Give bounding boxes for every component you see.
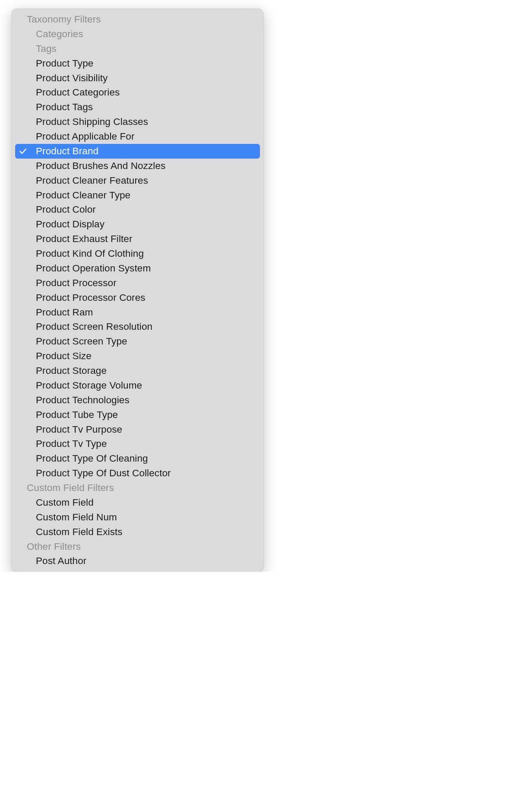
menu-item-label: Product Screen Resolution	[36, 321, 260, 332]
dropdown-menu[interactable]: Taxonomy FiltersCategoriesTagsProduct Ty…	[12, 9, 263, 572]
menu-item[interactable]: Custom Field Exists	[15, 525, 260, 539]
menu-item: Tags	[15, 41, 260, 56]
menu-item[interactable]: Product Processor	[15, 276, 260, 290]
menu-item[interactable]: Product Tube Type	[15, 408, 260, 422]
menu-item-label: Product Visibility	[36, 73, 260, 84]
menu-item[interactable]: Product Tags	[15, 100, 260, 115]
menu-item[interactable]: Product Shipping Classes	[15, 115, 260, 129]
menu-section-header: Custom Field Filters	[15, 481, 260, 495]
menu-item-label: Custom Field	[36, 497, 260, 508]
menu-item[interactable]: Product Type Of Dust Collector	[15, 466, 260, 481]
menu-section-header: Other Filters	[15, 539, 260, 554]
menu-item-label: Product Tube Type	[36, 409, 260, 421]
menu-item-label: Product Size	[36, 351, 260, 362]
menu-item-label: Post Author	[36, 555, 260, 567]
menu-item[interactable]: Product Cleaner Type	[15, 188, 260, 203]
menu-item-label: Product Cleaner Type	[36, 190, 260, 201]
menu-item[interactable]: Product Screen Type	[15, 334, 260, 349]
menu-item-label: Product Screen Type	[36, 336, 260, 347]
menu-item[interactable]: Product Processor Cores	[15, 290, 260, 305]
checkmark-icon	[15, 147, 36, 156]
menu-item-label: Product Shipping Classes	[36, 116, 260, 128]
menu-section-header: Taxonomy Filters	[15, 12, 260, 27]
menu-item-label: Product Processor Cores	[36, 292, 260, 303]
menu-item[interactable]: Post Author	[15, 554, 260, 568]
menu-item-label: Product Storage	[36, 365, 260, 376]
menu-section-title: Custom Field Filters	[27, 482, 114, 493]
menu-item-label: Product Tv Type	[36, 438, 260, 450]
menu-item[interactable]: Custom Field	[15, 495, 260, 510]
menu-item[interactable]: Custom Field Num	[15, 510, 260, 525]
menu-item[interactable]: Product Categories	[15, 85, 260, 100]
menu-item-label: Custom Field Num	[36, 512, 260, 523]
menu-item: Categories	[15, 27, 260, 41]
menu-item[interactable]: Product Ram	[15, 305, 260, 320]
menu-item-label: Product Brushes And Nozzles	[36, 160, 260, 172]
menu-item-label: Product Exhaust Filter	[36, 233, 260, 245]
menu-item[interactable]: Product Exhaust Filter	[15, 232, 260, 246]
menu-item-label: Product Operation System	[36, 263, 260, 274]
menu-item[interactable]: Product Type Of Cleaning	[15, 451, 260, 466]
menu-item[interactable]: Product Operation System	[15, 261, 260, 276]
menu-item-label: Product Brand	[36, 146, 260, 157]
menu-item[interactable]: Product Storage	[15, 363, 260, 378]
menu-item[interactable]: Product Tv Type	[15, 437, 260, 451]
menu-item-label: Custom Field Exists	[36, 526, 260, 538]
menu-item-label: Product Technologies	[36, 395, 260, 406]
menu-item[interactable]: Product Color	[15, 202, 260, 217]
menu-item-label: Product Tv Purpose	[36, 424, 260, 435]
menu-item-label: Product Cleaner Features	[36, 175, 260, 186]
menu-item[interactable]: Product Technologies	[15, 393, 260, 408]
menu-section-title: Taxonomy Filters	[27, 14, 101, 25]
menu-item[interactable]: Product Visibility	[15, 71, 260, 86]
menu-item[interactable]: Product Storage Volume	[15, 378, 260, 393]
menu-item-label: Product Processor	[36, 277, 260, 289]
menu-item-label: Product Categories	[36, 87, 260, 98]
menu-item[interactable]: Product Display	[15, 217, 260, 232]
menu-item-label: Categories	[36, 29, 260, 40]
menu-item[interactable]: Product Applicable For	[15, 129, 260, 144]
menu-item[interactable]: Product Cleaner Features	[15, 173, 260, 188]
menu-item-label: Tags	[36, 43, 260, 54]
menu-item[interactable]: Product Tv Purpose	[15, 422, 260, 437]
menu-item[interactable]: Product Kind Of Clothing	[15, 246, 260, 261]
menu-item[interactable]: Product Screen Resolution	[15, 319, 260, 334]
menu-item[interactable]: Product Type	[15, 56, 260, 71]
menu-item-label: Product Type Of Cleaning	[36, 453, 260, 464]
menu-item-label: Product Ram	[36, 307, 260, 318]
menu-item[interactable]: Product Size	[15, 349, 260, 363]
menu-item-label: Product Type Of Dust Collector	[36, 468, 260, 479]
menu-item-label: Product Type	[36, 58, 260, 69]
menu-item[interactable]: Product Brushes And Nozzles	[15, 159, 260, 173]
menu-item-label: Product Storage Volume	[36, 380, 260, 391]
menu-item-label: Product Applicable For	[36, 131, 260, 142]
menu-item-label: Product Tags	[36, 102, 260, 113]
menu-section-title: Other Filters	[27, 541, 81, 552]
menu-item-label: Product Color	[36, 204, 260, 215]
menu-item-label: Product Display	[36, 219, 260, 230]
menu-item-label: Product Kind Of Clothing	[36, 248, 260, 259]
menu-item[interactable]: Product Brand	[15, 144, 260, 159]
